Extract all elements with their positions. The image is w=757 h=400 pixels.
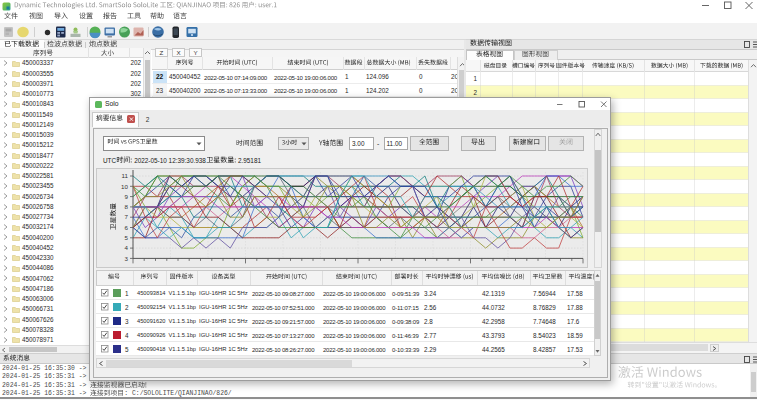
svg-text:3: 3 — [125, 255, 129, 262]
svg-text:5: 5 — [125, 234, 129, 241]
svg-text:8: 8 — [125, 203, 129, 210]
svg-text:7: 7 — [125, 213, 129, 220]
svg-text:9: 9 — [125, 193, 129, 200]
svg-text:10: 10 — [121, 183, 128, 190]
svg-text:4: 4 — [125, 244, 129, 251]
svg-text:6: 6 — [125, 224, 129, 231]
svg-text:11: 11 — [122, 172, 129, 179]
